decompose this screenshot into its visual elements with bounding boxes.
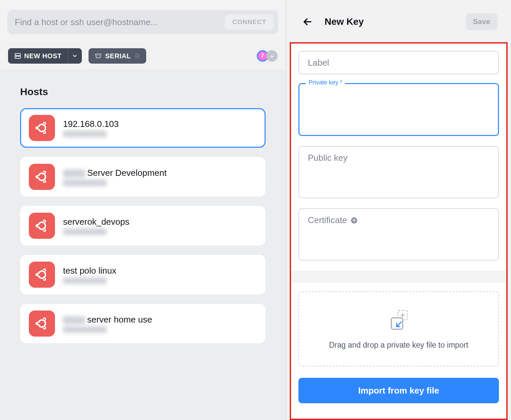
host-subtitle-redacted bbox=[63, 277, 107, 284]
svg-rect-30 bbox=[38, 274, 40, 275]
host-title: Server Development bbox=[63, 168, 167, 178]
host-os-icon bbox=[29, 164, 55, 190]
host-title: server home use bbox=[63, 314, 152, 325]
svg-point-26 bbox=[38, 271, 45, 278]
new-key-form: Label Private key * Public key Certifica… bbox=[290, 42, 508, 420]
host-card[interactable]: test polo linux bbox=[20, 255, 266, 294]
section-divider bbox=[291, 271, 506, 283]
host-card[interactable]: 192.168.0.103 bbox=[20, 108, 266, 148]
new-host-dropdown[interactable] bbox=[68, 48, 82, 64]
ubuntu-icon bbox=[34, 169, 50, 185]
host-subtitle-redacted bbox=[63, 131, 107, 137]
dropzone-text: Drag and drop a private key file to impo… bbox=[329, 341, 468, 350]
svg-rect-0 bbox=[15, 54, 21, 56]
dropzone[interactable]: Drag and drop a private key file to impo… bbox=[298, 291, 499, 366]
serial-icon bbox=[95, 53, 102, 59]
ubuntu-icon bbox=[34, 218, 50, 233]
svg-point-19 bbox=[38, 222, 45, 229]
import-from-file-button[interactable]: Import from key file bbox=[298, 378, 499, 403]
label-field-wrap: Label bbox=[298, 51, 499, 74]
svg-rect-23 bbox=[38, 225, 40, 226]
connect-button[interactable]: CONNECT bbox=[225, 14, 274, 30]
host-card[interactable]: serverok_devops bbox=[20, 206, 266, 246]
label-input[interactable] bbox=[298, 51, 499, 74]
ubuntu-icon bbox=[34, 267, 50, 282]
private-key-field-wrap: Private key * bbox=[298, 83, 499, 137]
server-icon bbox=[14, 52, 21, 60]
svg-rect-16 bbox=[38, 176, 40, 178]
serial-label: SERIAL bbox=[105, 52, 131, 60]
arrow-left-icon bbox=[302, 16, 313, 27]
serial-button[interactable]: SERIAL bbox=[89, 48, 146, 64]
new-host-label: NEW HOST bbox=[24, 52, 62, 60]
chevron-down-icon bbox=[72, 53, 78, 59]
host-title: test polo linux bbox=[63, 266, 116, 276]
arrow-up-badge-icon bbox=[134, 53, 140, 59]
ubuntu-icon bbox=[34, 120, 50, 136]
host-subtitle-redacted bbox=[63, 326, 107, 333]
host-os-icon bbox=[29, 115, 55, 141]
right-header: New Key Save bbox=[286, 0, 511, 42]
svg-point-3 bbox=[16, 57, 17, 58]
toolbar: NEW HOST SERIAL bbox=[0, 43, 286, 70]
hosts-list: 192.168.0.103 Server Development servero… bbox=[20, 108, 266, 343]
ubuntu-icon bbox=[34, 316, 50, 331]
host-card[interactable]: server home use bbox=[20, 304, 266, 343]
host-card[interactable]: Server Development bbox=[20, 157, 266, 197]
certificate-textarea[interactable] bbox=[298, 208, 499, 261]
svg-rect-37 bbox=[38, 323, 40, 324]
svg-point-12 bbox=[38, 173, 45, 180]
dropzone-icon bbox=[387, 308, 411, 333]
host-title: 192.168.0.103 bbox=[63, 119, 119, 129]
certificate-field-wrap: Certificate bbox=[298, 208, 499, 262]
host-title: serverok_devops bbox=[63, 217, 129, 227]
svg-rect-1 bbox=[15, 56, 21, 58]
search-input[interactable] bbox=[15, 17, 225, 27]
svg-point-2 bbox=[16, 54, 17, 55]
add-badge-button[interactable]: ＋ bbox=[266, 50, 278, 62]
host-subtitle-redacted bbox=[63, 180, 107, 186]
svg-rect-9 bbox=[38, 127, 40, 129]
new-host-button[interactable]: NEW HOST bbox=[8, 48, 68, 64]
svg-point-5 bbox=[38, 124, 45, 131]
hosts-heading: Hosts bbox=[20, 86, 266, 97]
back-button[interactable] bbox=[300, 14, 315, 29]
host-os-icon bbox=[29, 310, 55, 337]
public-key-field-wrap: Public key bbox=[298, 146, 499, 200]
search-bar: CONNECT bbox=[0, 0, 286, 43]
svg-point-33 bbox=[38, 320, 45, 327]
host-subtitle-redacted bbox=[63, 228, 107, 235]
private-key-textarea[interactable] bbox=[298, 83, 499, 136]
host-os-icon bbox=[29, 213, 55, 239]
host-os-icon bbox=[29, 262, 55, 288]
private-key-float-label: Private key * bbox=[306, 79, 345, 86]
page-title: New Key bbox=[325, 16, 364, 27]
public-key-textarea[interactable] bbox=[298, 146, 499, 198]
save-button[interactable]: Save bbox=[466, 13, 498, 30]
